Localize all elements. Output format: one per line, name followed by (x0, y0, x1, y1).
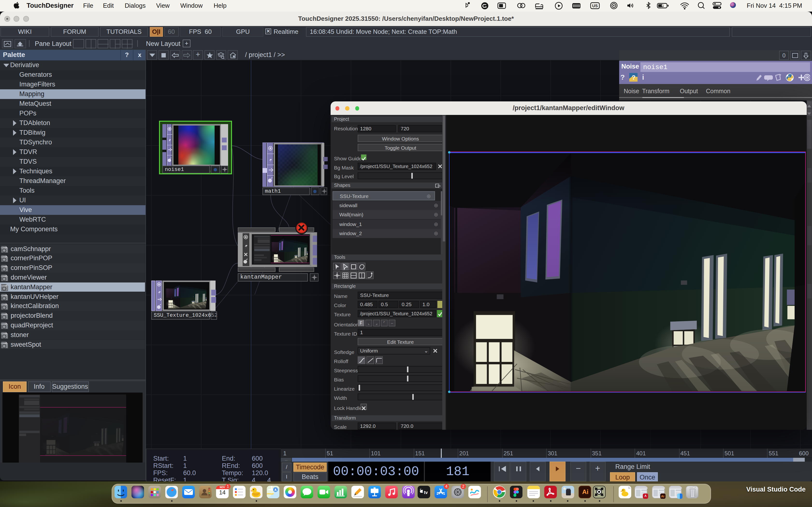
svg-text:tv: tv (424, 490, 428, 495)
svg-text:US: US (592, 4, 598, 8)
svg-text:?: ? (631, 74, 636, 81)
